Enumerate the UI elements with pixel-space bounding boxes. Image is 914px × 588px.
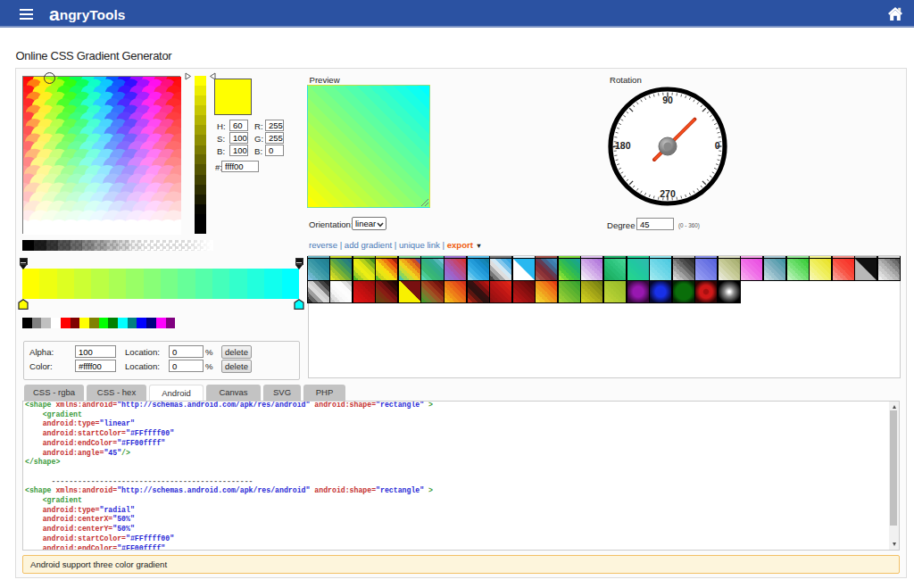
- svg-text:270: 270: [660, 188, 676, 199]
- svg-text:90: 90: [662, 94, 673, 104]
- svg-text:-180: -180: [612, 140, 631, 151]
- svg-text:0: 0: [715, 140, 720, 151]
